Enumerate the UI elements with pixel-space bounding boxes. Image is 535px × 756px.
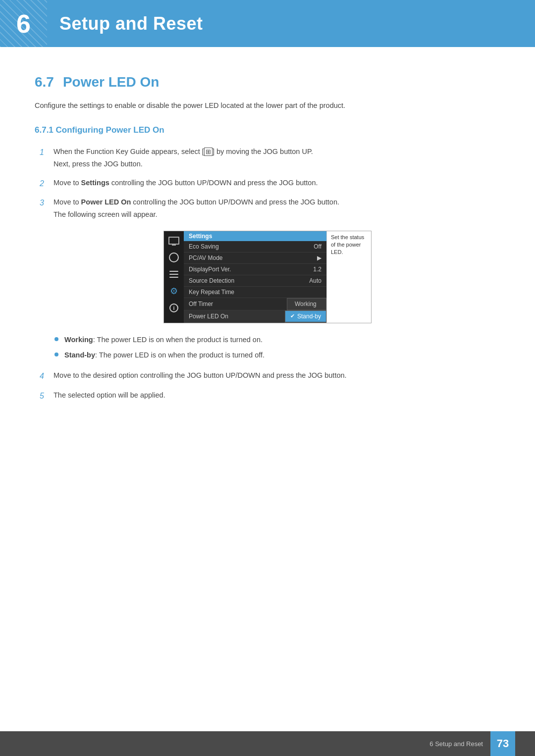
working-bold: Working [64, 336, 93, 344]
gear-icon: ⚙ [170, 286, 178, 297]
subsection-number: 6.7.1 [35, 125, 54, 135]
menu-row-power-led: Power LED On [184, 310, 285, 323]
step-5: 5 The selected option will be applied. [40, 390, 500, 403]
step-2-bold: Settings [81, 179, 109, 187]
step-4-number: 4 [40, 370, 54, 383]
main-content: 6.7Power LED On Configure the settings t… [0, 47, 535, 449]
icon-settings [167, 252, 180, 263]
icon-menu [167, 269, 180, 280]
step-3-subline: The following screen will appear. [54, 209, 500, 220]
page-footer: 6 Setup and Reset 73 [0, 731, 535, 756]
step-2: 2 Move to Settings controlling the JOG b… [40, 177, 500, 190]
steps-list: 1 When the Function Key Guide appears, s… [40, 146, 500, 220]
bullet-dot-1 [54, 337, 58, 341]
steps-list-continued: 4 Move to the desired option controlling… [40, 370, 500, 402]
menu-row-source-detection: Source Detection Auto [184, 275, 326, 287]
step-3: 3 Move to Power LED On controlling the J… [40, 197, 500, 220]
section-heading: Power LED On [63, 74, 159, 90]
bars-icon [169, 271, 178, 278]
footer-section-label: 6 Setup and Reset [429, 740, 483, 748]
step-2-number: 2 [40, 177, 54, 190]
menu-row-off-timer-group: Off Timer Working [184, 298, 326, 310]
bullet-standby: Stand-by: The power LED is on when the p… [54, 350, 500, 361]
section-title: 6.7Power LED On [35, 74, 500, 90]
menu-icon-column: ⚙ i [164, 231, 184, 323]
subsection-heading: Configuring Power LED On [56, 125, 164, 135]
submenu-row-standby: ✔ Stand-by [285, 311, 326, 322]
submenu-working-label: Working [295, 301, 317, 307]
bullet-list: Working: The power LED is on when the pr… [54, 334, 500, 361]
step-4: 4 Move to the desired option controlling… [40, 370, 500, 383]
menu-header: Settings [184, 231, 326, 241]
chapter-number: 6 [16, 11, 31, 37]
chapter-title: Setup and Reset [59, 13, 203, 34]
info-icon: i [169, 303, 178, 312]
step-1-subline: Next, press the JOG button. [54, 158, 500, 170]
subsection-title: 6.7.1 Configuring Power LED On [35, 125, 500, 135]
section-number: 6.7 [35, 74, 54, 90]
section-description: Configure the settings to enable or disa… [35, 100, 500, 111]
step-5-content: The selected option will be applied. [54, 390, 500, 401]
monitor-icon [168, 237, 179, 245]
bullet-standby-text: Stand-by: The power LED is on when the p… [64, 350, 265, 361]
menu-row-eco-saving: Eco Saving Off [184, 241, 326, 252]
menu-row-key-repeat: Key Repeat Time [184, 287, 326, 298]
menu-screenshot: ⚙ i Settings Eco Saving Off PC/AV Mode ▶… [163, 231, 372, 323]
step-2-content: Move to Settings controlling the JOG but… [54, 177, 500, 189]
menu-row-off-timer: Off Timer [184, 298, 287, 310]
chapter-header: 6 Setup and Reset [0, 0, 535, 47]
standby-bold: Stand-by [64, 351, 95, 359]
step-5-number: 5 [40, 390, 54, 403]
step-3-bold: Power LED On [81, 198, 131, 206]
submenu-power-led: ✔ Stand-by [285, 310, 326, 323]
icon-gear: ⚙ [167, 286, 180, 297]
icon-info: i [167, 302, 180, 313]
menu-row-power-led-group: Power LED On ✔ Stand-by [184, 310, 326, 323]
menu-tooltip: Set the status of the power LED. [326, 231, 371, 323]
step-3-number: 3 [40, 197, 54, 209]
step-1-number: 1 [40, 146, 54, 159]
submenu-row-working: Working [287, 299, 326, 310]
menu-row-displayport: DisplayPort Ver. 1.2 [184, 264, 326, 275]
step-1: 1 When the Function Key Guide appears, s… [40, 146, 500, 170]
icon-display [167, 235, 180, 246]
settings-icon [169, 252, 179, 262]
step-4-content: Move to the desired option controlling t… [54, 370, 500, 381]
bullet-working-text: Working: The power LED is on when the pr… [64, 334, 263, 346]
menu-row-pcav-mode: PC/AV Mode ▶ [184, 252, 326, 264]
footer-page-number: 73 [490, 731, 515, 756]
chapter-number-block: 6 [0, 0, 47, 47]
step-1-content: When the Function Key Guide appears, sel… [54, 146, 500, 170]
step-3-content: Move to Power LED On controlling the JOG… [54, 197, 500, 220]
submenu-panel: Working [287, 298, 326, 310]
bullet-dot-2 [54, 353, 58, 356]
menu-main-panel: Settings Eco Saving Off PC/AV Mode ▶ Dis… [184, 231, 326, 323]
submenu-standby-label: Stand-by [297, 313, 321, 320]
bullet-working: Working: The power LED is on when the pr… [54, 334, 500, 346]
